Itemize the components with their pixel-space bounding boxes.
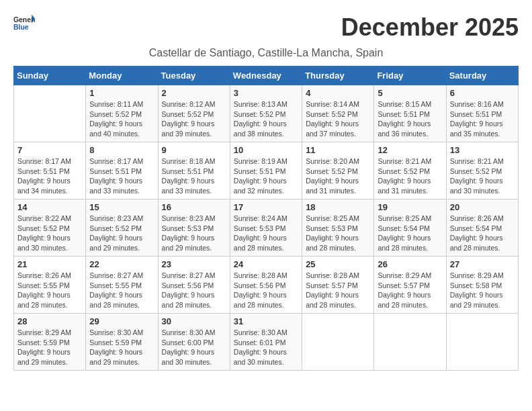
- calendar-cell: 20Sunrise: 8:26 AM Sunset: 5:54 PM Dayli…: [446, 199, 518, 257]
- calendar-cell: [14, 85, 86, 142]
- cell-info: Sunrise: 8:21 AM Sunset: 5:52 PM Dayligh…: [450, 156, 515, 196]
- calendar-cell: 18Sunrise: 8:25 AM Sunset: 5:53 PM Dayli…: [302, 199, 374, 257]
- cell-info: Sunrise: 8:15 AM Sunset: 5:51 PM Dayligh…: [378, 99, 442, 139]
- svg-text:Blue: Blue: [13, 24, 29, 31]
- weekday-header-sunday: Sunday: [14, 66, 86, 85]
- calendar-cell: 14Sunrise: 8:22 AM Sunset: 5:52 PM Dayli…: [14, 199, 86, 257]
- day-number: 30: [162, 316, 226, 326]
- calendar-cell: 12Sunrise: 8:21 AM Sunset: 5:52 PM Dayli…: [374, 142, 446, 199]
- calendar-cell: 27Sunrise: 8:29 AM Sunset: 5:58 PM Dayli…: [446, 257, 518, 314]
- month-title: December 2025: [341, 13, 519, 42]
- day-number: 12: [378, 145, 442, 155]
- day-number: 20: [450, 202, 515, 212]
- cell-info: Sunrise: 8:25 AM Sunset: 5:53 PM Dayligh…: [306, 214, 370, 253]
- weekday-header-tuesday: Tuesday: [158, 66, 230, 85]
- day-number: 6: [450, 88, 515, 98]
- day-number: 23: [162, 259, 226, 269]
- cell-info: Sunrise: 8:14 AM Sunset: 5:52 PM Dayligh…: [306, 99, 370, 139]
- cell-info: Sunrise: 8:30 AM Sunset: 6:00 PM Dayligh…: [162, 328, 226, 367]
- calendar-cell: 16Sunrise: 8:23 AM Sunset: 5:53 PM Dayli…: [158, 199, 230, 257]
- weekday-header-monday: Monday: [86, 66, 158, 85]
- calendar-cell: [446, 314, 518, 371]
- day-number: 19: [378, 202, 442, 212]
- cell-info: Sunrise: 8:26 AM Sunset: 5:55 PM Dayligh…: [17, 271, 82, 310]
- calendar-cell: 26Sunrise: 8:29 AM Sunset: 5:57 PM Dayli…: [374, 257, 446, 314]
- weekday-header-wednesday: Wednesday: [230, 66, 302, 85]
- calendar-cell: 31Sunrise: 8:30 AM Sunset: 6:01 PM Dayli…: [230, 314, 302, 371]
- cell-info: Sunrise: 8:19 AM Sunset: 5:51 PM Dayligh…: [234, 156, 298, 196]
- day-number: 14: [17, 202, 82, 212]
- calendar-cell: 29Sunrise: 8:30 AM Sunset: 5:59 PM Dayli…: [86, 314, 158, 371]
- cell-info: Sunrise: 8:27 AM Sunset: 5:56 PM Dayligh…: [162, 271, 226, 310]
- day-number: 1: [89, 88, 154, 98]
- day-number: 28: [17, 316, 82, 326]
- calendar-cell: 11Sunrise: 8:20 AM Sunset: 5:52 PM Dayli…: [302, 142, 374, 199]
- weekday-header-thursday: Thursday: [302, 66, 374, 85]
- day-number: 25: [306, 259, 370, 269]
- cell-info: Sunrise: 8:25 AM Sunset: 5:54 PM Dayligh…: [378, 214, 442, 253]
- day-number: 22: [89, 259, 154, 269]
- calendar-cell: 9Sunrise: 8:18 AM Sunset: 5:51 PM Daylig…: [158, 142, 230, 199]
- weekday-header-saturday: Saturday: [446, 66, 518, 85]
- cell-info: Sunrise: 8:11 AM Sunset: 5:52 PM Dayligh…: [89, 99, 154, 139]
- calendar-cell: 5Sunrise: 8:15 AM Sunset: 5:51 PM Daylig…: [374, 85, 446, 142]
- cell-info: Sunrise: 8:26 AM Sunset: 5:54 PM Dayligh…: [450, 214, 515, 253]
- general-blue-logo-icon: General Blue: [13, 13, 35, 32]
- calendar-cell: 10Sunrise: 8:19 AM Sunset: 5:51 PM Dayli…: [230, 142, 302, 199]
- day-number: 13: [450, 145, 515, 155]
- weekday-header-friday: Friday: [374, 66, 446, 85]
- calendar-cell: 13Sunrise: 8:21 AM Sunset: 5:52 PM Dayli…: [446, 142, 518, 199]
- day-number: 3: [234, 88, 298, 98]
- calendar-cell: 30Sunrise: 8:30 AM Sunset: 6:00 PM Dayli…: [158, 314, 230, 371]
- location-title: Castellar de Santiago, Castille-La Manch…: [13, 47, 519, 59]
- day-number: 17: [234, 202, 298, 212]
- calendar-cell: 21Sunrise: 8:26 AM Sunset: 5:55 PM Dayli…: [14, 257, 86, 314]
- day-number: 27: [450, 259, 515, 269]
- day-number: 11: [306, 145, 370, 155]
- calendar-cell: 4Sunrise: 8:14 AM Sunset: 5:52 PM Daylig…: [302, 85, 374, 142]
- calendar-cell: 28Sunrise: 8:29 AM Sunset: 5:59 PM Dayli…: [14, 314, 86, 371]
- calendar-cell: 23Sunrise: 8:27 AM Sunset: 5:56 PM Dayli…: [158, 257, 230, 314]
- cell-info: Sunrise: 8:23 AM Sunset: 5:52 PM Dayligh…: [89, 214, 154, 253]
- cell-info: Sunrise: 8:27 AM Sunset: 5:55 PM Dayligh…: [89, 271, 154, 310]
- day-number: 15: [89, 202, 154, 212]
- calendar-cell: 6Sunrise: 8:16 AM Sunset: 5:51 PM Daylig…: [446, 85, 518, 142]
- logo: General Blue: [13, 13, 38, 32]
- day-number: 7: [17, 145, 82, 155]
- cell-info: Sunrise: 8:29 AM Sunset: 5:59 PM Dayligh…: [17, 328, 82, 367]
- day-number: 31: [234, 316, 298, 326]
- cell-info: Sunrise: 8:21 AM Sunset: 5:52 PM Dayligh…: [378, 156, 442, 196]
- calendar-table: SundayMondayTuesdayWednesdayThursdayFrid…: [13, 66, 519, 371]
- cell-info: Sunrise: 8:22 AM Sunset: 5:52 PM Dayligh…: [17, 214, 82, 253]
- calendar-cell: 2Sunrise: 8:12 AM Sunset: 5:52 PM Daylig…: [158, 85, 230, 142]
- cell-info: Sunrise: 8:20 AM Sunset: 5:52 PM Dayligh…: [306, 156, 370, 196]
- cell-info: Sunrise: 8:12 AM Sunset: 5:52 PM Dayligh…: [162, 99, 226, 139]
- cell-info: Sunrise: 8:28 AM Sunset: 5:56 PM Dayligh…: [234, 271, 298, 310]
- cell-info: Sunrise: 8:17 AM Sunset: 5:51 PM Dayligh…: [17, 156, 82, 196]
- calendar-cell: 22Sunrise: 8:27 AM Sunset: 5:55 PM Dayli…: [86, 257, 158, 314]
- calendar-cell: 15Sunrise: 8:23 AM Sunset: 5:52 PM Dayli…: [86, 199, 158, 257]
- calendar-cell: [302, 314, 374, 371]
- calendar-cell: 8Sunrise: 8:17 AM Sunset: 5:51 PM Daylig…: [86, 142, 158, 199]
- day-number: 2: [162, 88, 226, 98]
- cell-info: Sunrise: 8:30 AM Sunset: 5:59 PM Dayligh…: [89, 328, 154, 367]
- day-number: 26: [378, 259, 442, 269]
- day-number: 21: [17, 259, 82, 269]
- calendar-cell: 7Sunrise: 8:17 AM Sunset: 5:51 PM Daylig…: [14, 142, 86, 199]
- cell-info: Sunrise: 8:24 AM Sunset: 5:53 PM Dayligh…: [234, 214, 298, 253]
- calendar-cell: 17Sunrise: 8:24 AM Sunset: 5:53 PM Dayli…: [230, 199, 302, 257]
- cell-info: Sunrise: 8:23 AM Sunset: 5:53 PM Dayligh…: [162, 214, 226, 253]
- day-number: 9: [162, 145, 226, 155]
- day-number: 4: [306, 88, 370, 98]
- calendar-cell: 19Sunrise: 8:25 AM Sunset: 5:54 PM Dayli…: [374, 199, 446, 257]
- day-number: 8: [89, 145, 154, 155]
- cell-info: Sunrise: 8:30 AM Sunset: 6:01 PM Dayligh…: [234, 328, 298, 367]
- cell-info: Sunrise: 8:17 AM Sunset: 5:51 PM Dayligh…: [89, 156, 154, 196]
- calendar-cell: 1Sunrise: 8:11 AM Sunset: 5:52 PM Daylig…: [86, 85, 158, 142]
- calendar-cell: 25Sunrise: 8:28 AM Sunset: 5:57 PM Dayli…: [302, 257, 374, 314]
- day-number: 18: [306, 202, 370, 212]
- cell-info: Sunrise: 8:18 AM Sunset: 5:51 PM Dayligh…: [162, 156, 226, 196]
- cell-info: Sunrise: 8:13 AM Sunset: 5:52 PM Dayligh…: [234, 99, 298, 139]
- cell-info: Sunrise: 8:16 AM Sunset: 5:51 PM Dayligh…: [450, 99, 515, 139]
- calendar-cell: 24Sunrise: 8:28 AM Sunset: 5:56 PM Dayli…: [230, 257, 302, 314]
